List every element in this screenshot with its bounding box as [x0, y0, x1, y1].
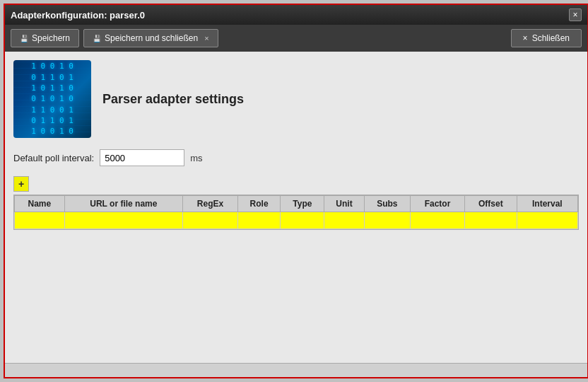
poll-interval-input[interactable]	[100, 149, 184, 166]
col-interval: Interval	[517, 196, 577, 212]
col-unit: Unit	[324, 196, 364, 212]
window-title: Adapterkonfiguration: parser.0	[11, 10, 145, 21]
title-bar: Adapterkonfiguration: parser.0 ×	[5, 5, 587, 25]
adapter-icon: 1 0 0 1 0 0 1 1 0 1 1 0 1 1 0 0 1 0 1 0 …	[13, 60, 91, 138]
save-close-label: Speichern und schließen	[105, 33, 198, 43]
col-factor: Factor	[411, 196, 465, 212]
cell-url	[64, 212, 182, 229]
cell-interval	[517, 212, 577, 229]
cell-type	[281, 212, 324, 229]
col-name: Name	[15, 196, 65, 212]
cell-factor	[411, 212, 465, 229]
save-button[interactable]: 💾 Speichern	[11, 29, 79, 47]
save-close-x: ×	[204, 34, 208, 42]
col-subs: Subs	[364, 196, 411, 212]
save-close-icon: 💾	[93, 35, 101, 42]
data-table-container: Name URL or file name RegEx Role Type Un…	[13, 195, 579, 230]
cell-regex	[183, 212, 238, 229]
close-label: Schließen	[532, 33, 570, 43]
col-offset: Offset	[464, 196, 517, 212]
save-close-button[interactable]: 💾 Speichern und schließen ×	[83, 29, 218, 47]
header-section: 1 0 0 1 0 0 1 1 0 1 1 0 1 1 0 0 1 0 1 0 …	[13, 60, 579, 138]
close-button[interactable]: × Schließen	[511, 29, 582, 47]
toolbar: 💾 Speichern 💾 Speichern und schließen × …	[5, 25, 587, 52]
poll-interval-row: Default poll interval: ms	[13, 149, 579, 166]
table-header-row: Name URL or file name RegEx Role Type Un…	[15, 196, 578, 212]
cell-name	[15, 212, 65, 229]
close-x: ×	[523, 33, 528, 43]
data-table: Name URL or file name RegEx Role Type Un…	[14, 195, 578, 229]
window-close-button[interactable]: ×	[569, 8, 582, 21]
cell-role	[237, 212, 280, 229]
col-role: Role	[237, 196, 280, 212]
cell-offset	[464, 212, 517, 229]
content-area: 1 0 0 1 0 0 1 1 0 1 1 0 1 1 0 0 1 0 1 0 …	[5, 52, 587, 363]
save-icon: 💾	[20, 35, 28, 42]
table-row	[15, 212, 578, 229]
adapter-icon-text: 1 0 0 1 0 0 1 1 0 1 1 0 1 1 0 0 1 0 1 0 …	[31, 61, 74, 137]
add-row-button[interactable]: +	[13, 176, 29, 192]
col-regex: RegEx	[183, 196, 238, 212]
poll-interval-label: Default poll interval:	[13, 153, 94, 163]
col-type: Type	[281, 196, 324, 212]
cell-subs	[364, 212, 411, 229]
status-bar	[5, 363, 587, 377]
cell-unit	[324, 212, 364, 229]
poll-interval-unit: ms	[190, 153, 202, 163]
save-label: Speichern	[32, 33, 70, 43]
col-url: URL or file name	[64, 196, 182, 212]
main-window: Adapterkonfiguration: parser.0 × 💾 Speic…	[4, 4, 588, 378]
settings-title: Parser adapter settings	[102, 92, 244, 107]
